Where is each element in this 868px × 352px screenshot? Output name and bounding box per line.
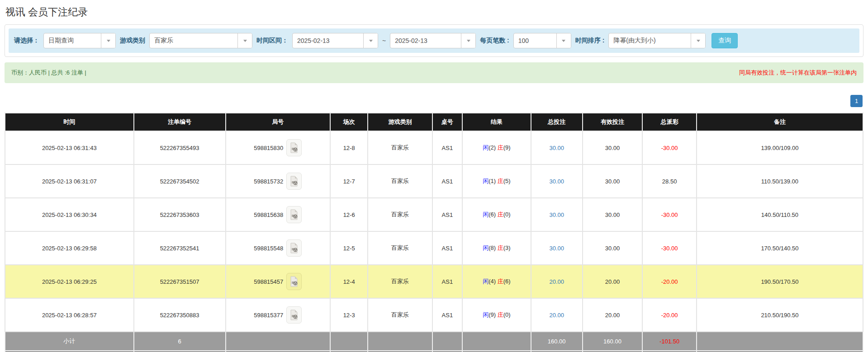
chevron-down-icon — [237, 33, 252, 48]
page-1-button[interactable]: 1 — [850, 95, 863, 107]
round-number: 598815830 — [254, 145, 283, 151]
cell-total-bet: 30.00 — [531, 231, 583, 265]
column-header-round-id: 局号 — [226, 113, 330, 131]
cell-result: 闲(6) 庄(0) — [462, 198, 531, 231]
cell-bet-id: 522267350883 — [134, 298, 226, 332]
cell-table-no: AS1 — [432, 231, 462, 265]
chevron-down-icon — [101, 33, 115, 48]
video-file-icon — [289, 243, 299, 253]
subtotal-label: 小计 — [5, 332, 134, 351]
sort-order-label: 时间排序 : — [575, 37, 605, 45]
empty-cell — [432, 332, 462, 351]
video-replay-button[interactable] — [286, 273, 302, 290]
cell-game-type: 百家乐 — [368, 231, 432, 265]
cell-game-type: 百家乐 — [368, 131, 432, 164]
video-replay-button[interactable] — [286, 306, 302, 324]
empty-cell — [330, 332, 368, 351]
column-header-valid-bet: 有效投注 — [583, 113, 643, 131]
cell-valid-bet: 30.00 — [583, 231, 643, 265]
table-header-row: 时间 注单编号 局号 场次 游戏类别 桌号 结果 总投注 有效投注 总派彩 备注 — [5, 113, 863, 131]
bet-amount-link[interactable]: 20.00 — [549, 278, 564, 285]
cell-round-id: 598815377 — [226, 298, 330, 332]
sort-order-select[interactable]: 降幂(由大到小) — [608, 33, 706, 48]
subtotal-row: 小计 6 160.00 160.00 -101.50 — [5, 332, 863, 351]
date-to-value: 2025-02-13 — [390, 33, 461, 48]
cell-bet-id: 522267354502 — [134, 164, 226, 198]
currency-total-text: 币别：人民币 | 总共 :6 注单 | — [11, 69, 86, 77]
subtotal-payout: -101.50 — [642, 332, 697, 351]
chevron-down-icon — [461, 33, 475, 48]
cell-total-bet: 30.00 — [531, 164, 583, 198]
round-number: 598815638 — [254, 211, 283, 218]
query-type-value: 日期查询 — [44, 33, 101, 48]
cell-session: 12-4 — [330, 265, 368, 298]
cell-game-type: 百家乐 — [368, 298, 432, 332]
cell-result: 闲(2) 庄(9) — [462, 131, 531, 164]
cell-valid-bet: 20.00 — [583, 298, 643, 332]
game-type-select[interactable]: 百家乐 — [149, 33, 252, 48]
cell-payout: -20.00 — [642, 265, 697, 298]
table-row[interactable]: 2025-02-13 06:30:34 522267353603 5988156… — [5, 198, 863, 231]
cell-payout: -30.00 — [642, 198, 697, 231]
bet-amount-link[interactable]: 30.00 — [549, 211, 564, 218]
table-row[interactable]: 2025-02-13 06:28:57 522267350883 5988153… — [5, 298, 863, 332]
cell-total-bet: 20.00 — [531, 265, 583, 298]
video-replay-button[interactable] — [286, 139, 302, 156]
cell-payout: -30.00 — [642, 131, 697, 164]
cell-table-no: AS1 — [432, 298, 462, 332]
cell-result: 闲(4) 庄(6) — [462, 265, 531, 298]
bet-records-table: 时间 注单编号 局号 场次 游戏类别 桌号 结果 总投注 有效投注 总派彩 备注… — [5, 113, 863, 352]
cell-time: 2025-02-13 06:29:25 — [5, 265, 134, 298]
table-row[interactable]: 2025-02-13 06:29:58 522267352541 5988155… — [5, 231, 863, 265]
cell-remark: 190.50/170.50 — [697, 265, 863, 298]
column-header-game-type: 游戏类别 — [368, 113, 432, 131]
cell-table-no: AS1 — [432, 198, 462, 231]
cell-valid-bet: 30.00 — [583, 198, 643, 231]
cell-session: 12-6 — [330, 198, 368, 231]
page-size-value: 100 — [514, 33, 556, 48]
query-type-select[interactable]: 日期查询 — [43, 33, 116, 48]
filter-panel: 请选择： 日期查询 游戏类别 百家乐 时间区间： 2025-02-13 ~ 20… — [5, 24, 863, 57]
page-title: 视讯 会员下注纪录 — [5, 5, 863, 19]
round-number: 598815457 — [254, 278, 283, 285]
pagination-top: 1 — [5, 95, 863, 107]
cell-bet-id: 522267351507 — [134, 265, 226, 298]
video-replay-button[interactable] — [286, 239, 302, 257]
cell-round-id: 598815457 — [226, 265, 330, 298]
chevron-down-icon — [691, 33, 705, 48]
subtotal-total-bet: 160.00 — [531, 332, 583, 351]
subtotal-valid-bet: 160.00 — [583, 332, 643, 351]
bet-amount-link[interactable]: 30.00 — [549, 178, 564, 185]
bet-amount-link[interactable]: 30.00 — [549, 145, 564, 151]
cell-total-bet: 30.00 — [531, 131, 583, 164]
video-replay-button[interactable] — [286, 173, 302, 190]
cell-remark: 210.50/190.50 — [697, 298, 863, 332]
cell-table-no: AS1 — [432, 265, 462, 298]
bet-amount-link[interactable]: 20.00 — [549, 312, 564, 319]
table-row[interactable]: 2025-02-13 06:31:43 522267355493 5988158… — [5, 131, 863, 164]
sort-order-value: 降幂(由大到小) — [609, 33, 691, 48]
cell-game-type: 百家乐 — [368, 164, 432, 198]
cell-remark: 110.50/139.00 — [697, 164, 863, 198]
video-file-icon — [289, 310, 299, 320]
column-header-total-bet: 总投注 — [531, 113, 583, 131]
column-header-payout: 总派彩 — [642, 113, 697, 131]
video-replay-button[interactable] — [286, 206, 302, 223]
date-to-select[interactable]: 2025-02-13 — [390, 33, 476, 48]
cell-session: 12-5 — [330, 231, 368, 265]
cell-total-bet: 20.00 — [531, 298, 583, 332]
column-header-table-no: 桌号 — [432, 113, 462, 131]
page-size-select[interactable]: 100 — [513, 33, 571, 48]
cell-bet-id: 522267353603 — [134, 198, 226, 231]
search-button[interactable]: 查询 — [711, 33, 738, 48]
cell-remark: 170.50/140.50 — [697, 231, 863, 265]
cell-round-id: 598815638 — [226, 198, 330, 231]
bet-amount-link[interactable]: 30.00 — [549, 245, 564, 252]
date-from-select[interactable]: 2025-02-13 — [292, 33, 378, 48]
cell-payout: -30.00 — [642, 231, 697, 265]
cell-session: 12-7 — [330, 164, 368, 198]
summary-bar: 币别：人民币 | 总共 :6 注单 | 同局有效投注，统一计算在该局第一张注单内 — [5, 62, 863, 83]
query-type-label: 请选择： — [14, 37, 39, 45]
table-row[interactable]: 2025-02-13 06:31:07 522267354502 5988157… — [5, 164, 863, 198]
table-row-highlighted[interactable]: 2025-02-13 06:29:25 522267351507 5988154… — [5, 265, 863, 298]
